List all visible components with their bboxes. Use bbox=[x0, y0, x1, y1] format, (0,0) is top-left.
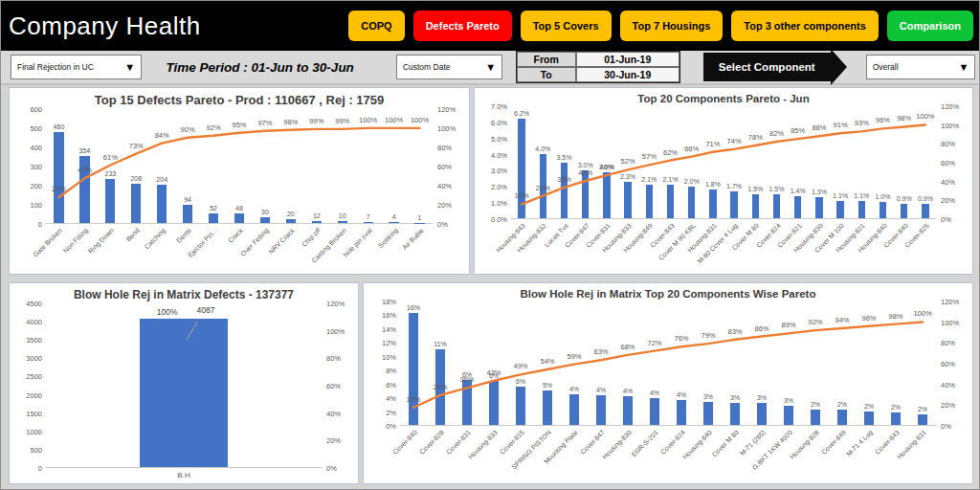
cumulative-percent-label: 98% bbox=[283, 118, 298, 126]
select-component-callout: Select Component bbox=[703, 49, 847, 85]
component-dropdown[interactable]: Overall ▼ bbox=[866, 55, 975, 79]
cumulative-percent-label: 97% bbox=[257, 119, 272, 127]
axis-tick: 500 bbox=[15, 123, 46, 132]
chevron-down-icon[interactable]: ▼ bbox=[480, 56, 501, 78]
axis-tick: 120% bbox=[322, 300, 352, 308]
axis-tick: 0 bbox=[15, 464, 46, 473]
category-label: M-71 4 Lug bbox=[845, 429, 874, 457]
nav-button-copq[interactable]: COPQ bbox=[348, 11, 404, 41]
cumulative-percent-label: 83% bbox=[727, 327, 742, 336]
nav-button-defects-pareto[interactable]: Defects Pareto bbox=[413, 11, 512, 41]
cumulative-percent-label: 98% bbox=[888, 312, 902, 321]
cumulative-percent-label: 95% bbox=[232, 121, 246, 129]
chart-blowhole-matrix-defects: 450040003500300025002000150010005000100%… bbox=[15, 303, 352, 481]
axis-tick: 1500 bbox=[15, 409, 46, 417]
cumulative-percent-label: 40% bbox=[578, 168, 592, 177]
time-period-label: Time Period : 01-Jun to 30-Jun bbox=[167, 60, 354, 75]
date-mode-dropdown[interactable]: Custom Date ▼ bbox=[396, 55, 502, 79]
axis-tick: 0% bbox=[369, 422, 400, 431]
secondary-y-axis: 120%100%80%60%40%20%0% bbox=[936, 301, 967, 426]
axis-tick: 100% bbox=[936, 121, 967, 129]
axis-tick: 3500 bbox=[15, 336, 46, 345]
nav-button-top-3-other-components[interactable]: Top 3 other components bbox=[731, 11, 879, 41]
axis-tick: 3000 bbox=[15, 354, 46, 363]
axis-tick: 4.0% bbox=[480, 150, 511, 159]
secondary-y-axis: 120%100%80%60%40%20%0% bbox=[936, 106, 967, 219]
cumulative-percent-label: 90% bbox=[181, 125, 195, 134]
axis-tick: 12% bbox=[369, 339, 400, 347]
cumulative-percent-label: 100% bbox=[385, 116, 403, 124]
nav-button-comparison[interactable]: Comparison bbox=[887, 11, 973, 41]
axis-tick: 16% bbox=[369, 311, 400, 320]
cumulative-percent-label: 96% bbox=[861, 314, 876, 323]
cumulative-percent-label: 54% bbox=[540, 357, 554, 366]
panel-top15-defects-pareto: Top 15 Defects Pareto - Prod : 110667 , … bbox=[9, 87, 470, 275]
axis-tick: 0.0% bbox=[480, 215, 511, 224]
chevron-down-icon[interactable]: ▼ bbox=[953, 56, 974, 78]
panel-blowhole-top20-components: Blow Hole Rej in Matrix Top 20 Component… bbox=[363, 282, 973, 484]
cumulative-percent-label: 15% bbox=[515, 191, 529, 200]
to-date-cell[interactable]: 30-Jun-19 bbox=[576, 67, 679, 82]
cumulative-percent-label: 92% bbox=[207, 123, 221, 132]
axis-tick: 300 bbox=[15, 163, 46, 171]
axis-tick: 0% bbox=[433, 220, 463, 229]
plot-area: 16%11%6%6%6%5%4%4%4%4%4%3%3%3%3%2%2%2%2%… bbox=[400, 301, 936, 426]
axis-tick: 20% bbox=[433, 201, 463, 210]
panel-blowhole-matrix-defects: Blow Hole Rej in Matrix Defects - 137377… bbox=[9, 282, 359, 484]
axis-tick: 100% bbox=[322, 326, 352, 335]
axis-tick: 2000 bbox=[15, 390, 46, 399]
nav-button-top-7-housings[interactable]: Top 7 Housings bbox=[620, 11, 724, 41]
y-axis: 7.0%6.0%5.0%4.0%3.0%2.0%1.0%0.0% bbox=[480, 106, 511, 219]
axis-tick: 40% bbox=[936, 177, 967, 186]
category-label: Cover M 90 KBL bbox=[657, 222, 696, 261]
from-date-cell[interactable]: 01-Jun-19 bbox=[576, 52, 679, 67]
cumulative-percent-label: 84% bbox=[155, 131, 169, 140]
cumulative-percent-label: 72% bbox=[647, 339, 661, 347]
plot-wrap: 16%11%6%6%6%5%4%4%4%4%4%3%3%3%3%2%2%2%2%… bbox=[400, 301, 936, 481]
axis-tick: 4000 bbox=[15, 318, 46, 326]
axis-tick: 0 bbox=[15, 220, 46, 229]
axis-tick: 600 bbox=[15, 105, 46, 114]
axis-tick: 3.0% bbox=[480, 167, 511, 175]
cumulative-percent-label: 86% bbox=[754, 324, 768, 333]
y-axis: 450040003500300025002000150010005000 bbox=[15, 303, 46, 468]
rejection-type-dropdown[interactable]: Final Rejection in UC ▼ bbox=[11, 55, 142, 79]
axis-tick: 6.0% bbox=[480, 118, 511, 126]
axis-tick: 18% bbox=[369, 298, 400, 306]
axis-tick: 0% bbox=[936, 215, 967, 224]
category-label: Cover-815 bbox=[499, 429, 525, 456]
chevron-down-icon[interactable]: ▼ bbox=[120, 56, 141, 78]
cumulative-percent-label: 68% bbox=[620, 343, 635, 351]
category-label: Ring Down bbox=[87, 227, 115, 255]
category-label: Air Buble bbox=[400, 227, 424, 251]
app-title: Company Health bbox=[9, 11, 201, 41]
cumulative-percent-label: 46% bbox=[599, 163, 613, 171]
cumulative-percent-label: 61% bbox=[103, 153, 118, 162]
cumulative-percent-label: 89% bbox=[781, 321, 795, 329]
from-label: From bbox=[517, 52, 576, 67]
cumulative-percent-label: 79% bbox=[701, 331, 715, 340]
arrow-right-icon bbox=[831, 49, 847, 85]
nav-button-top-5-covers[interactable]: Top 5 Covers bbox=[521, 11, 612, 41]
axis-tick: 400 bbox=[15, 143, 46, 151]
category-label: Cover-847 bbox=[579, 429, 606, 456]
category-label: Catching bbox=[144, 227, 167, 250]
category-label: Gate Broken bbox=[33, 227, 64, 258]
chart-blowhole-top20-components: 18%16%14%12%10%8%6%4%2%0%16%11%6%6%6%5%4… bbox=[369, 301, 967, 481]
cumulative-percent-label: 98% bbox=[897, 114, 911, 122]
axis-tick: 120% bbox=[433, 105, 463, 114]
cumulative-percent-label: 43% bbox=[486, 368, 501, 377]
axis-tick: 100 bbox=[15, 201, 46, 210]
x-axis-labels: B.H bbox=[46, 468, 322, 481]
axis-tick: 80% bbox=[936, 339, 967, 347]
axis-tick: 40% bbox=[936, 380, 967, 389]
axis-tick: 200 bbox=[15, 181, 46, 189]
axis-tick: 20% bbox=[322, 436, 352, 445]
axis-tick: 40% bbox=[433, 181, 463, 189]
pareto-line bbox=[511, 106, 936, 218]
cumulative-percent-label: 88% bbox=[812, 123, 826, 132]
cumulative-percent-label: 100% bbox=[359, 116, 377, 124]
axis-tick: 100% bbox=[936, 318, 967, 326]
axis-tick: 500 bbox=[15, 445, 46, 454]
axis-tick: 60% bbox=[433, 163, 463, 171]
